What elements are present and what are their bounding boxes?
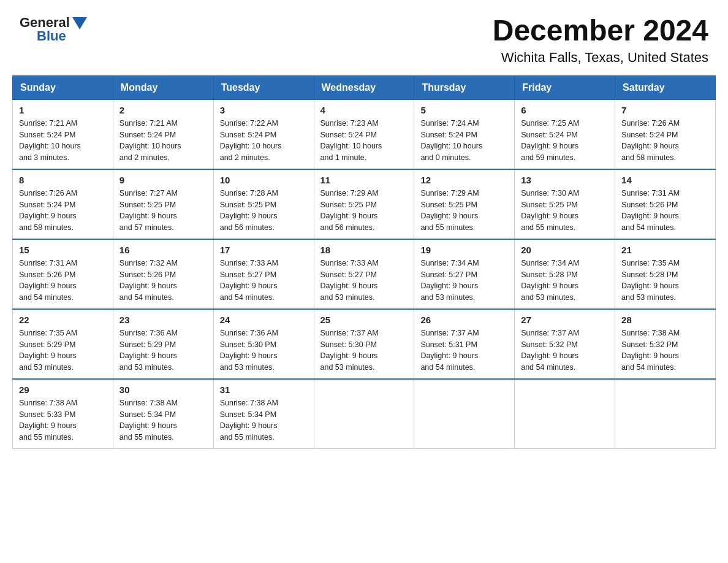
day-info: Sunrise: 7:38 AM Sunset: 5:32 PM Dayligh… [621, 327, 709, 373]
day-info: Sunrise: 7:21 AM Sunset: 5:24 PM Dayligh… [119, 118, 207, 164]
day-info: Sunrise: 7:37 AM Sunset: 5:32 PM Dayligh… [521, 327, 609, 373]
day-number: 14 [621, 175, 709, 185]
logo: General Blue [20, 15, 87, 44]
day-info: Sunrise: 7:37 AM Sunset: 5:31 PM Dayligh… [420, 327, 508, 373]
calendar-day-cell: 5Sunrise: 7:24 AM Sunset: 5:24 PM Daylig… [414, 99, 515, 169]
calendar-day-cell: 4Sunrise: 7:23 AM Sunset: 5:24 PM Daylig… [314, 99, 414, 169]
calendar-day-cell: 25Sunrise: 7:37 AM Sunset: 5:30 PM Dayli… [314, 309, 414, 379]
calendar-header-row: SundayMondayTuesdayWednesdayThursdayFrid… [13, 75, 716, 99]
day-number: 11 [320, 175, 408, 185]
calendar-week-row: 1Sunrise: 7:21 AM Sunset: 5:24 PM Daylig… [13, 99, 716, 169]
calendar-day-cell: 26Sunrise: 7:37 AM Sunset: 5:31 PM Dayli… [414, 309, 515, 379]
day-number: 1 [19, 105, 107, 115]
day-number: 28 [621, 315, 709, 325]
calendar-day-cell: 19Sunrise: 7:34 AM Sunset: 5:27 PM Dayli… [414, 239, 515, 309]
day-number: 16 [119, 245, 207, 255]
day-info: Sunrise: 7:35 AM Sunset: 5:28 PM Dayligh… [621, 258, 709, 304]
day-number: 17 [220, 245, 308, 255]
calendar-container: SundayMondayTuesdayWednesdayThursdayFrid… [0, 75, 728, 461]
calendar-day-cell: 31Sunrise: 7:38 AM Sunset: 5:34 PM Dayli… [213, 379, 314, 449]
day-number: 6 [521, 105, 609, 115]
day-info: Sunrise: 7:33 AM Sunset: 5:27 PM Dayligh… [320, 258, 408, 304]
day-info: Sunrise: 7:38 AM Sunset: 5:34 PM Dayligh… [220, 397, 308, 443]
calendar-week-row: 22Sunrise: 7:35 AM Sunset: 5:29 PM Dayli… [13, 309, 716, 379]
calendar-day-cell: 14Sunrise: 7:31 AM Sunset: 5:26 PM Dayli… [615, 169, 716, 239]
calendar-day-cell: 22Sunrise: 7:35 AM Sunset: 5:29 PM Dayli… [13, 309, 113, 379]
calendar-day-cell: 11Sunrise: 7:29 AM Sunset: 5:25 PM Dayli… [314, 169, 414, 239]
day-info: Sunrise: 7:38 AM Sunset: 5:34 PM Dayligh… [119, 397, 207, 443]
calendar-day-cell: 28Sunrise: 7:38 AM Sunset: 5:32 PM Dayli… [615, 309, 716, 379]
day-info: Sunrise: 7:26 AM Sunset: 5:24 PM Dayligh… [19, 188, 107, 234]
day-number: 7 [621, 105, 709, 115]
calendar-day-header: Monday [113, 75, 213, 99]
day-number: 21 [621, 245, 709, 255]
day-number: 10 [220, 175, 308, 185]
day-info: Sunrise: 7:37 AM Sunset: 5:30 PM Dayligh… [320, 327, 408, 373]
day-info: Sunrise: 7:23 AM Sunset: 5:24 PM Dayligh… [320, 118, 408, 164]
calendar-day-cell: 1Sunrise: 7:21 AM Sunset: 5:24 PM Daylig… [13, 99, 113, 169]
calendar-day-cell: 27Sunrise: 7:37 AM Sunset: 5:32 PM Dayli… [515, 309, 615, 379]
day-number: 12 [420, 175, 508, 185]
day-info: Sunrise: 7:34 AM Sunset: 5:27 PM Dayligh… [420, 258, 508, 304]
day-number: 15 [19, 245, 107, 255]
day-info: Sunrise: 7:38 AM Sunset: 5:33 PM Dayligh… [19, 397, 107, 443]
calendar-day-cell: 20Sunrise: 7:34 AM Sunset: 5:28 PM Dayli… [515, 239, 615, 309]
day-info: Sunrise: 7:34 AM Sunset: 5:28 PM Dayligh… [521, 258, 609, 304]
day-number: 2 [119, 105, 207, 115]
day-info: Sunrise: 7:28 AM Sunset: 5:25 PM Dayligh… [220, 188, 308, 234]
day-info: Sunrise: 7:35 AM Sunset: 5:29 PM Dayligh… [19, 327, 107, 373]
calendar-day-cell: 12Sunrise: 7:29 AM Sunset: 5:25 PM Dayli… [414, 169, 515, 239]
day-info: Sunrise: 7:36 AM Sunset: 5:29 PM Dayligh… [119, 327, 207, 373]
day-number: 30 [119, 385, 207, 395]
calendar-week-row: 29Sunrise: 7:38 AM Sunset: 5:33 PM Dayli… [13, 379, 716, 449]
day-number: 22 [19, 315, 107, 325]
page-header: General Blue December 2024 Wichita Falls… [0, 0, 728, 75]
day-info: Sunrise: 7:26 AM Sunset: 5:24 PM Dayligh… [621, 118, 709, 164]
calendar-day-header: Tuesday [213, 75, 314, 99]
day-number: 9 [119, 175, 207, 185]
calendar-day-header: Wednesday [314, 75, 414, 99]
calendar-day-header: Saturday [615, 75, 716, 99]
day-number: 3 [220, 105, 308, 115]
day-number: 24 [220, 315, 308, 325]
day-number: 13 [521, 175, 609, 185]
calendar-day-cell: 15Sunrise: 7:31 AM Sunset: 5:26 PM Dayli… [13, 239, 113, 309]
calendar-day-cell [314, 379, 414, 449]
day-number: 8 [19, 175, 107, 185]
calendar-day-cell: 6Sunrise: 7:25 AM Sunset: 5:24 PM Daylig… [515, 99, 615, 169]
logo-triangle-icon [72, 17, 87, 29]
calendar-day-cell: 24Sunrise: 7:36 AM Sunset: 5:30 PM Dayli… [213, 309, 314, 379]
day-info: Sunrise: 7:29 AM Sunset: 5:25 PM Dayligh… [320, 188, 408, 234]
calendar-day-cell: 2Sunrise: 7:21 AM Sunset: 5:24 PM Daylig… [113, 99, 213, 169]
calendar-day-cell: 18Sunrise: 7:33 AM Sunset: 5:27 PM Dayli… [314, 239, 414, 309]
calendar-table: SundayMondayTuesdayWednesdayThursdayFrid… [12, 75, 716, 449]
day-info: Sunrise: 7:33 AM Sunset: 5:27 PM Dayligh… [220, 258, 308, 304]
calendar-day-cell: 21Sunrise: 7:35 AM Sunset: 5:28 PM Dayli… [615, 239, 716, 309]
day-info: Sunrise: 7:31 AM Sunset: 5:26 PM Dayligh… [621, 188, 709, 234]
day-info: Sunrise: 7:31 AM Sunset: 5:26 PM Dayligh… [19, 258, 107, 304]
calendar-day-cell: 10Sunrise: 7:28 AM Sunset: 5:25 PM Dayli… [213, 169, 314, 239]
calendar-day-cell: 17Sunrise: 7:33 AM Sunset: 5:27 PM Dayli… [213, 239, 314, 309]
day-number: 4 [320, 105, 408, 115]
day-info: Sunrise: 7:27 AM Sunset: 5:25 PM Dayligh… [119, 188, 207, 234]
calendar-day-cell: 30Sunrise: 7:38 AM Sunset: 5:34 PM Dayli… [113, 379, 213, 449]
title-block: December 2024 Wichita Falls, Texas, Unit… [493, 15, 708, 66]
day-info: Sunrise: 7:30 AM Sunset: 5:25 PM Dayligh… [521, 188, 609, 234]
day-number: 31 [220, 385, 308, 395]
day-number: 19 [420, 245, 508, 255]
calendar-day-header: Thursday [414, 75, 515, 99]
day-number: 29 [19, 385, 107, 395]
calendar-day-cell: 23Sunrise: 7:36 AM Sunset: 5:29 PM Dayli… [113, 309, 213, 379]
calendar-day-cell: 3Sunrise: 7:22 AM Sunset: 5:24 PM Daylig… [213, 99, 314, 169]
calendar-week-row: 8Sunrise: 7:26 AM Sunset: 5:24 PM Daylig… [13, 169, 716, 239]
calendar-day-cell [615, 379, 716, 449]
calendar-day-cell: 9Sunrise: 7:27 AM Sunset: 5:25 PM Daylig… [113, 169, 213, 239]
calendar-day-cell: 8Sunrise: 7:26 AM Sunset: 5:24 PM Daylig… [13, 169, 113, 239]
day-number: 20 [521, 245, 609, 255]
day-info: Sunrise: 7:21 AM Sunset: 5:24 PM Dayligh… [19, 118, 107, 164]
calendar-day-cell: 29Sunrise: 7:38 AM Sunset: 5:33 PM Dayli… [13, 379, 113, 449]
logo-blue-text: Blue [37, 28, 66, 44]
page-title: December 2024 [493, 15, 708, 47]
calendar-week-row: 15Sunrise: 7:31 AM Sunset: 5:26 PM Dayli… [13, 239, 716, 309]
day-info: Sunrise: 7:25 AM Sunset: 5:24 PM Dayligh… [521, 118, 609, 164]
